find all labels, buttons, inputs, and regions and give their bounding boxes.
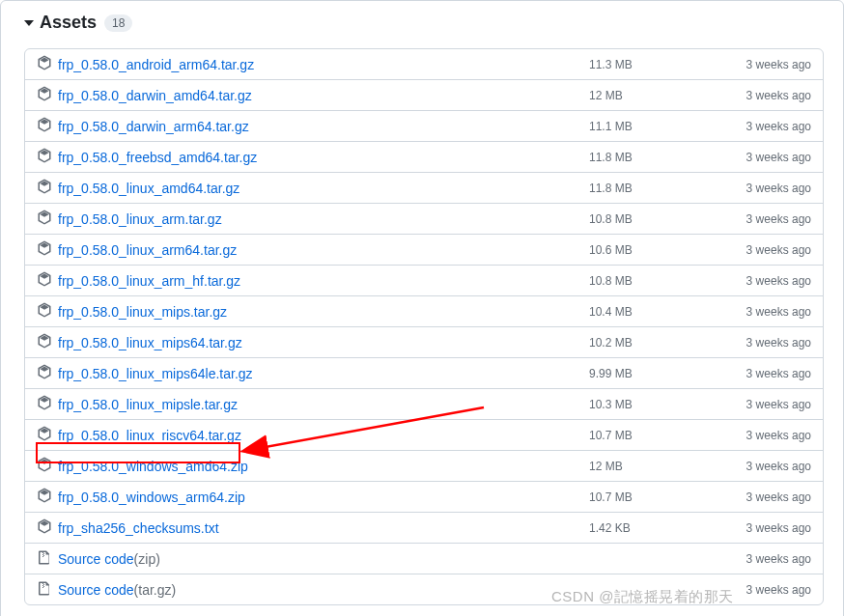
asset-size: 10.3 MB bbox=[589, 398, 715, 411]
asset-row: frp_0.58.0_linux_riscv64.tar.gz10.7 MB3 … bbox=[25, 419, 823, 450]
asset-name-cell: frp_0.58.0_linux_mips64le.tar.gz bbox=[37, 364, 589, 382]
asset-name-cell: frp_0.58.0_darwin_arm64.tar.gz bbox=[37, 117, 589, 135]
asset-date: 3 weeks ago bbox=[715, 552, 811, 566]
asset-size: 1.42 KB bbox=[589, 521, 715, 535]
asset-link[interactable]: frp_0.58.0_darwin_amd64.tar.gz bbox=[58, 88, 252, 103]
asset-date: 3 weeks ago bbox=[715, 89, 811, 102]
package-icon bbox=[37, 518, 52, 537]
asset-row: frp_0.58.0_windows_arm64.zip10.7 MB3 wee… bbox=[25, 481, 823, 512]
asset-link[interactable]: frp_0.58.0_windows_amd64.zip bbox=[58, 459, 248, 474]
asset-name-cell: frp_0.58.0_android_arm64.tar.gz bbox=[37, 55, 589, 73]
asset-name-cell: frp_0.58.0_linux_riscv64.tar.gz bbox=[37, 426, 589, 444]
asset-size: 12 MB bbox=[589, 460, 715, 473]
asset-link[interactable]: frp_0.58.0_linux_amd64.tar.gz bbox=[58, 181, 239, 196]
asset-link[interactable]: frp_0.58.0_linux_arm_hf.tar.gz bbox=[58, 273, 240, 289]
asset-size: 10.8 MB bbox=[589, 212, 715, 226]
asset-name-cell: frp_0.58.0_linux_arm.tar.gz bbox=[37, 210, 589, 228]
asset-size: 11.8 MB bbox=[589, 182, 715, 195]
asset-link[interactable]: frp_0.58.0_linux_arm.tar.gz bbox=[58, 211, 222, 227]
asset-suffix: (zip) bbox=[134, 551, 160, 567]
asset-date: 3 weeks ago bbox=[715, 120, 811, 133]
assets-count-badge: 18 bbox=[104, 14, 132, 32]
asset-size: 10.8 MB bbox=[589, 274, 715, 288]
package-icon bbox=[37, 302, 52, 321]
asset-size: 9.99 MB bbox=[589, 367, 715, 380]
asset-row: frp_0.58.0_darwin_arm64.tar.gz11.1 MB3 w… bbox=[25, 110, 823, 141]
package-icon bbox=[37, 240, 52, 259]
package-icon bbox=[37, 333, 52, 351]
asset-date: 3 weeks ago bbox=[715, 521, 811, 535]
asset-date: 3 weeks ago bbox=[715, 182, 811, 195]
asset-row: frp_0.58.0_linux_arm.tar.gz10.8 MB3 week… bbox=[25, 203, 823, 234]
package-icon bbox=[37, 457, 52, 475]
asset-size: 10.4 MB bbox=[589, 305, 715, 319]
asset-row: frp_0.58.0_android_arm64.tar.gz11.3 MB3 … bbox=[25, 49, 823, 79]
asset-date: 3 weeks ago bbox=[715, 429, 811, 442]
asset-row: Source code (zip)3 weeks ago bbox=[25, 543, 823, 574]
assets-header[interactable]: Assets 18 bbox=[1, 1, 843, 41]
package-icon bbox=[37, 179, 52, 197]
asset-row: frp_0.58.0_linux_amd64.tar.gz11.8 MB3 we… bbox=[25, 172, 823, 203]
asset-name-cell: Source code (tar.gz) bbox=[37, 580, 589, 599]
asset-row: frp_0.58.0_linux_arm_hf.tar.gz10.8 MB3 w… bbox=[25, 265, 823, 295]
asset-date: 3 weeks ago bbox=[715, 490, 811, 504]
asset-row: frp_0.58.0_darwin_amd64.tar.gz12 MB3 wee… bbox=[25, 79, 823, 110]
asset-name-cell: frp_0.58.0_freebsd_amd64.tar.gz bbox=[37, 148, 589, 166]
asset-date: 3 weeks ago bbox=[715, 58, 811, 71]
package-icon bbox=[37, 117, 52, 135]
asset-link[interactable]: Source code bbox=[58, 582, 134, 598]
asset-size: 10.7 MB bbox=[589, 429, 715, 442]
asset-link[interactable]: frp_0.58.0_linux_arm64.tar.gz bbox=[58, 242, 237, 258]
asset-link[interactable]: frp_0.58.0_linux_mips64le.tar.gz bbox=[58, 366, 253, 381]
caret-down-icon bbox=[24, 20, 34, 26]
asset-row: frp_0.58.0_windows_amd64.zip12 MB3 weeks… bbox=[25, 450, 823, 481]
package-icon bbox=[37, 148, 52, 166]
asset-row: frp_0.58.0_linux_mipsle.tar.gz10.3 MB3 w… bbox=[25, 388, 823, 419]
asset-date: 3 weeks ago bbox=[715, 274, 811, 288]
asset-date: 3 weeks ago bbox=[715, 460, 811, 473]
asset-link[interactable]: frp_0.58.0_linux_mipsle.tar.gz bbox=[58, 397, 238, 412]
asset-link[interactable]: frp_0.58.0_linux_mips64.tar.gz bbox=[58, 335, 242, 350]
asset-row: frp_0.58.0_linux_mips.tar.gz10.4 MB3 wee… bbox=[25, 295, 823, 326]
asset-name-cell: frp_sha256_checksums.txt bbox=[37, 518, 589, 537]
asset-link[interactable]: frp_0.58.0_linux_riscv64.tar.gz bbox=[58, 428, 241, 443]
asset-name-cell: frp_0.58.0_darwin_amd64.tar.gz bbox=[37, 86, 589, 104]
asset-name-cell: frp_0.58.0_linux_amd64.tar.gz bbox=[37, 179, 589, 197]
asset-name-cell: frp_0.58.0_linux_arm_hf.tar.gz bbox=[37, 271, 589, 290]
assets-title: Assets bbox=[40, 13, 97, 33]
asset-name-cell: frp_0.58.0_linux_mipsle.tar.gz bbox=[37, 395, 589, 413]
asset-row: frp_0.58.0_linux_mips64.tar.gz10.2 MB3 w… bbox=[25, 326, 823, 357]
watermark-text: CSDN @記憶摇晃着的那天 bbox=[551, 588, 734, 606]
asset-link[interactable]: frp_0.58.0_android_arm64.tar.gz bbox=[58, 57, 254, 72]
assets-list: frp_0.58.0_android_arm64.tar.gz11.3 MB3 … bbox=[24, 48, 824, 605]
asset-name-cell: frp_0.58.0_linux_mips64.tar.gz bbox=[37, 333, 589, 351]
asset-link[interactable]: frp_0.58.0_freebsd_amd64.tar.gz bbox=[58, 150, 257, 165]
asset-row: frp_0.58.0_linux_arm64.tar.gz10.6 MB3 we… bbox=[25, 234, 823, 265]
asset-link[interactable]: Source code bbox=[58, 551, 134, 567]
asset-size: 12 MB bbox=[589, 89, 715, 102]
asset-size: 10.7 MB bbox=[589, 490, 715, 504]
asset-link[interactable]: frp_0.58.0_darwin_arm64.tar.gz bbox=[58, 119, 249, 134]
asset-size: 10.6 MB bbox=[589, 243, 715, 257]
asset-date: 3 weeks ago bbox=[715, 336, 811, 350]
asset-link[interactable]: frp_0.58.0_linux_mips.tar.gz bbox=[58, 304, 227, 320]
asset-name-cell: Source code (zip) bbox=[37, 549, 589, 568]
asset-row: frp_0.58.0_freebsd_amd64.tar.gz11.8 MB3 … bbox=[25, 141, 823, 172]
package-icon bbox=[37, 488, 52, 506]
asset-row: frp_0.58.0_linux_mips64le.tar.gz9.99 MB3… bbox=[25, 357, 823, 388]
file-zip-icon bbox=[37, 549, 52, 568]
asset-name-cell: frp_0.58.0_windows_amd64.zip bbox=[37, 457, 589, 475]
package-icon bbox=[37, 364, 52, 382]
asset-link[interactable]: frp_sha256_checksums.txt bbox=[58, 520, 219, 536]
asset-date: 3 weeks ago bbox=[715, 212, 811, 226]
package-icon bbox=[37, 86, 52, 104]
package-icon bbox=[37, 271, 52, 290]
asset-size: 10.2 MB bbox=[589, 336, 715, 350]
asset-size: 11.8 MB bbox=[589, 151, 715, 164]
asset-name-cell: frp_0.58.0_linux_mips.tar.gz bbox=[37, 302, 589, 321]
package-icon bbox=[37, 210, 52, 228]
asset-name-cell: frp_0.58.0_windows_arm64.zip bbox=[37, 488, 589, 506]
asset-date: 3 weeks ago bbox=[715, 305, 811, 319]
package-icon bbox=[37, 55, 52, 73]
asset-link[interactable]: frp_0.58.0_windows_arm64.zip bbox=[58, 490, 245, 505]
